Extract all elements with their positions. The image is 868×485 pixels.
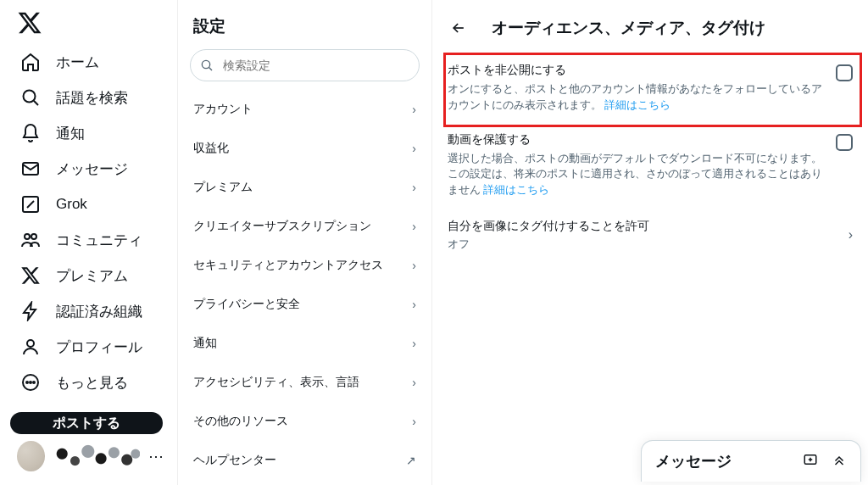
setting-label: 自分を画像にタグ付けすることを許可 <box>448 219 649 234</box>
settings-item-resources[interactable]: その他のリソース› <box>178 402 431 441</box>
search-icon <box>200 59 214 72</box>
setting-status: オフ <box>448 237 649 252</box>
home-icon <box>20 52 41 72</box>
nav-notifications[interactable]: 通知 <box>10 115 170 151</box>
nav-label: メッセージ <box>56 159 128 179</box>
external-link-icon: ↗ <box>406 454 416 467</box>
settings-item-privacy[interactable]: プライバシーと安全› <box>178 285 431 324</box>
chevron-right-icon: › <box>412 181 416 194</box>
chevron-right-icon: › <box>412 415 416 428</box>
settings-item-label: ヘルプセンター <box>193 453 276 468</box>
nav-label: コミュニティ <box>56 231 142 250</box>
setting-label: 動画を保護する <box>448 132 824 148</box>
settings-item-creator-subs[interactable]: クリエイターサブスクリプション› <box>178 207 431 246</box>
x-icon <box>20 265 41 286</box>
grok-icon <box>20 194 41 215</box>
svg-point-12 <box>202 60 209 68</box>
svg-point-11 <box>33 382 35 383</box>
nav-label: プロフィール <box>56 337 142 357</box>
nav-label: 通知 <box>56 124 85 143</box>
nav-grok[interactable]: Grok <box>10 187 170 222</box>
chevron-right-icon: › <box>412 142 416 155</box>
learn-more-link[interactable]: 詳細はこちら <box>604 99 670 111</box>
nav-label: 認証済み組織 <box>56 302 142 321</box>
back-button[interactable] <box>444 14 473 42</box>
setting-description: 選択した場合、ポストの動画がデフォルトでダウンロード不可になります。この設定は、… <box>448 151 824 198</box>
svg-point-9 <box>26 382 28 383</box>
svg-point-5 <box>25 234 30 239</box>
primary-nav: ホーム 話題を検索 通知 メッセージ Grok コミュニティ プレミアム 認証済… <box>0 0 178 485</box>
messages-dock-title: メッセージ <box>655 451 732 471</box>
settings-item-monetization[interactable]: 収益化› <box>178 129 431 168</box>
settings-search-input[interactable] <box>190 49 420 81</box>
community-icon <box>20 230 41 250</box>
nav-explore[interactable]: 話題を検索 <box>10 80 170 115</box>
nav-label: 話題を検索 <box>56 88 128 108</box>
nav-label: もっと見る <box>56 373 128 393</box>
new-message-icon[interactable] <box>803 452 818 471</box>
nav-profile[interactable]: プロフィール <box>10 329 170 365</box>
setting-photo-tagging[interactable]: 自分を画像にタグ付けすることを許可 オフ › <box>432 209 868 262</box>
account-switcher[interactable]: ⋯ <box>10 434 170 478</box>
chevron-right-icon: › <box>412 220 416 233</box>
svg-line-4 <box>27 201 34 208</box>
setting-protect-posts: ポストを非公開にする オンにすると、ポストと他のアカウント情報があなたをフォロー… <box>432 54 868 124</box>
svg-line-13 <box>209 68 212 70</box>
settings-list: 設定 アカウント› 収益化› プレミアム› クリエイターサブスクリプション› セ… <box>178 0 432 485</box>
nav-label: Grok <box>56 196 87 213</box>
settings-item-label: アクセシビリティ、表示、言語 <box>193 375 359 390</box>
expand-icon[interactable] <box>832 452 847 471</box>
nav-more[interactable]: もっと見る <box>10 365 170 400</box>
protect-video-checkbox[interactable] <box>836 134 853 151</box>
svg-point-6 <box>31 234 36 239</box>
bolt-icon <box>20 301 41 321</box>
settings-item-label: クリエイターサブスクリプション <box>193 219 371 234</box>
chevron-right-icon: › <box>412 298 416 311</box>
nav-premium[interactable]: プレミアム <box>10 258 170 293</box>
nav-verified-orgs[interactable]: 認証済み組織 <box>10 293 170 329</box>
x-logo[interactable] <box>17 10 42 36</box>
settings-item-label: 通知 <box>193 336 217 351</box>
svg-point-0 <box>24 91 36 103</box>
nav-label: プレミアム <box>56 266 128 286</box>
settings-item-premium[interactable]: プレミアム› <box>178 168 431 207</box>
settings-item-label: その他のリソース <box>193 414 288 429</box>
setting-description: オンにすると、ポストと他のアカウント情報があなたをフォローしているアカウントにの… <box>448 81 824 114</box>
svg-line-1 <box>34 101 38 105</box>
settings-item-label: プレミアム <box>193 180 253 195</box>
settings-item-label: アカウント <box>193 102 253 117</box>
nav-communities[interactable]: コミュニティ <box>10 222 170 258</box>
messages-dock[interactable]: メッセージ <box>641 440 861 482</box>
chevron-right-icon: › <box>412 337 416 350</box>
settings-detail: オーディエンス、メディア、タグ付け ポストを非公開にする オンにすると、ポストと… <box>432 0 868 485</box>
svg-point-10 <box>30 382 31 383</box>
settings-item-notifications[interactable]: 通知› <box>178 324 431 363</box>
bell-icon <box>20 123 41 143</box>
settings-item-account[interactable]: アカウント› <box>178 90 431 129</box>
post-button[interactable]: ポストする <box>10 412 163 434</box>
chevron-right-icon: › <box>412 259 416 272</box>
settings-item-label: プライバシーと安全 <box>193 297 300 312</box>
setting-protect-video: 動画を保護する 選択した場合、ポストの動画がデフォルトでダウンロード不可になりま… <box>432 124 868 209</box>
ellipsis-icon: ⋯ <box>148 447 164 465</box>
settings-item-security[interactable]: セキュリティとアカウントアクセス› <box>178 246 431 285</box>
chevron-right-icon: › <box>849 227 853 242</box>
setting-label: ポストを非公開にする <box>448 63 824 78</box>
more-icon <box>20 372 41 393</box>
chevron-right-icon: › <box>412 376 416 389</box>
person-icon <box>20 337 41 357</box>
nav-home[interactable]: ホーム <box>10 44 170 80</box>
mail-icon <box>20 159 41 179</box>
svg-point-7 <box>27 340 34 347</box>
nav-messages[interactable]: メッセージ <box>10 151 170 187</box>
settings-item-label: セキュリティとアカウントアクセス <box>193 258 383 273</box>
detail-title: オーディエンス、メディア、タグ付け <box>492 17 765 39</box>
settings-item-label: 収益化 <box>193 141 229 156</box>
settings-item-help[interactable]: ヘルプセンター↗ <box>178 441 431 480</box>
settings-title: 設定 <box>178 7 431 49</box>
settings-item-accessibility[interactable]: アクセシビリティ、表示、言語› <box>178 363 431 402</box>
protect-posts-checkbox[interactable] <box>836 64 853 81</box>
nav-label: ホーム <box>56 53 99 72</box>
settings-search <box>190 49 420 81</box>
learn-more-link[interactable]: 詳細はこちら <box>483 184 549 196</box>
